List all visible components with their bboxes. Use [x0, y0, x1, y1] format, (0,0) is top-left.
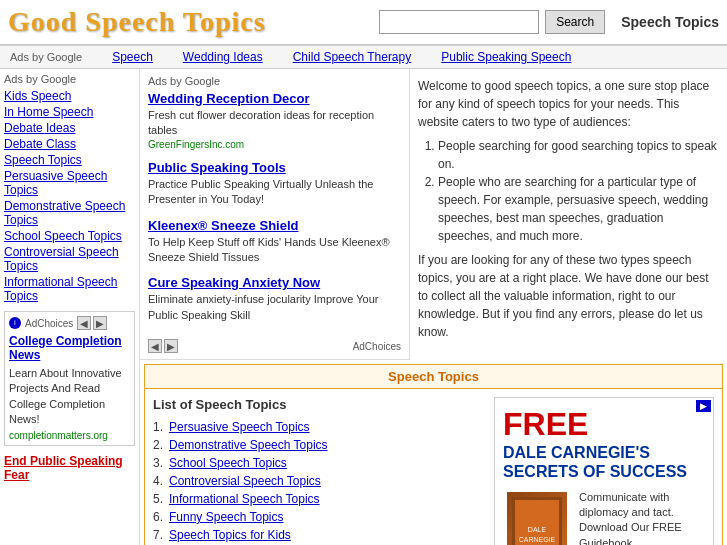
speech-list-link-3[interactable]: Controversial Speech Topics — [169, 474, 321, 488]
main-layout: Ads by Google Kids Speech In Home Speech… — [0, 69, 727, 545]
speech-list-num-0: 1. — [153, 420, 163, 434]
ad-url-0: GreenFingersInc.com — [148, 139, 401, 150]
speech-topics-body: List of Speech Topics 1. Persuasive Spee… — [145, 389, 722, 545]
sidebar-ads-label: Ads by Google — [4, 73, 135, 85]
speech-list-item-6: 7. Speech Topics for Kids — [153, 528, 494, 542]
nav-link-public[interactable]: Public Speaking Speech — [441, 50, 571, 64]
top-nav-links: Speech Wedding Ideas Child Speech Therap… — [92, 50, 591, 64]
header: Good Speech Topics Search Speech Topics — [0, 0, 727, 46]
dale-ad-title: DALE CARNEGIE'S SECRETS OF SUCCESS — [495, 443, 713, 481]
sidebar-ad-box: i AdChoices ◀ ▶ College Completion News … — [4, 311, 135, 446]
speech-list-num-2: 3. — [153, 456, 163, 470]
speech-list-num-4: 5. — [153, 492, 163, 506]
sidebar-ad-nav: ◀ ▶ — [77, 316, 107, 330]
ad-title-0[interactable]: Wedding Reception Decor — [148, 91, 401, 106]
ad-choices-label: AdChoices — [353, 341, 401, 352]
ad-text-2: To Help Keep Stuff off Kids' Hands Use K… — [148, 235, 401, 266]
sidebar-link-persuasive[interactable]: Persuasive Speech Topics — [4, 169, 135, 197]
speech-list-item-0: 1. Persuasive Speech Topics — [153, 420, 494, 434]
sidebar-link-kids-speech[interactable]: Kids Speech — [4, 89, 135, 103]
sidebar-link-end-public[interactable]: End Public Speaking Fear — [4, 454, 135, 482]
welcome-text-1: Welcome to good speech topics, a one sur… — [418, 77, 719, 131]
dale-ad-text: Communicate with diplomacy and tact. Dow… — [575, 486, 709, 546]
ads-section-label: Ads by Google — [148, 75, 401, 87]
svg-text:DALE: DALE — [528, 526, 547, 533]
dale-ad-free: FREE — [495, 398, 713, 443]
search-area: Search — [379, 10, 605, 34]
sidebar-ad-choices: i AdChoices ◀ ▶ — [9, 316, 130, 330]
speech-list: List of Speech Topics 1. Persuasive Spee… — [153, 397, 494, 545]
sidebar-ad-text: Learn About Innovative Projects And Read… — [9, 366, 130, 428]
speech-list-link-5[interactable]: Funny Speech Topics — [169, 510, 284, 524]
welcome-text-2: If you are looking for any of these two … — [418, 251, 719, 341]
speech-topics-section-title: Speech Topics — [145, 365, 722, 389]
sidebar-ad-url: completionmatters.org — [9, 430, 130, 441]
adchoices-icon: i — [9, 317, 21, 329]
sidebar-ad-next[interactable]: ▶ — [93, 316, 107, 330]
speech-list-num-3: 4. — [153, 474, 163, 488]
content-area: Ads by Google Wedding Reception Decor Fr… — [140, 69, 727, 545]
ad-nav: ◀ ▶ — [148, 339, 178, 353]
ad-block-3: Cure Speaking Anxiety Now Eliminate anxi… — [148, 275, 401, 323]
speech-list-link-2[interactable]: School Speech Topics — [169, 456, 287, 470]
sidebar-link-in-home-speech[interactable]: In Home Speech — [4, 105, 135, 119]
sidebar-ad-prev[interactable]: ◀ — [77, 316, 91, 330]
search-input[interactable] — [379, 10, 539, 34]
sidebar-link-demonstrative[interactable]: Demonstrative Speech Topics — [4, 199, 135, 227]
welcome-section: Welcome to good speech topics, a one sur… — [410, 69, 727, 360]
ad-text-0: Fresh cut flower decoration ideas for re… — [148, 108, 401, 139]
ad-title-3[interactable]: Cure Speaking Anxiety Now — [148, 275, 401, 290]
svg-text:CARNEGIE: CARNEGIE — [519, 536, 556, 543]
sidebar-link-informational[interactable]: Informational Speech Topics — [4, 275, 135, 303]
speech-list-link-1[interactable]: Demonstrative Speech Topics — [169, 438, 328, 452]
dale-ad-image: DALE CARNEGIE — [507, 492, 567, 546]
welcome-list-item-1: People who are searching for a particula… — [438, 173, 719, 245]
ad-next-btn[interactable]: ▶ — [164, 339, 178, 353]
sidebar-bottom: End Public Speaking Fear — [4, 454, 135, 482]
sidebar-link-debate-ideas[interactable]: Debate Ideas — [4, 121, 135, 135]
dale-carnegie-ad[interactable]: ▶ FREE DALE CARNEGIE'S SECRETS OF SUCCES… — [494, 397, 714, 545]
welcome-list: People searching for good searching topi… — [438, 137, 719, 245]
speech-list-link-4[interactable]: Informational Speech Topics — [169, 492, 320, 506]
sidebar-link-school[interactable]: School Speech Topics — [4, 229, 135, 243]
nav-link-wedding[interactable]: Wedding Ideas — [183, 50, 263, 64]
top-nav: Ads by Google Speech Wedding Ideas Child… — [0, 46, 727, 69]
speech-list-title: List of Speech Topics — [153, 397, 494, 412]
speech-list-item-2: 3. School Speech Topics — [153, 456, 494, 470]
ads-section: Ads by Google Wedding Reception Decor Fr… — [140, 69, 410, 360]
speech-list-item-3: 4. Controversial Speech Topics — [153, 474, 494, 488]
speech-list-item-4: 5. Informational Speech Topics — [153, 492, 494, 506]
sidebar-link-speech-topics[interactable]: Speech Topics — [4, 153, 135, 167]
speech-list-num-6: 7. — [153, 528, 163, 542]
dale-ad-badge: ▶ — [696, 400, 711, 412]
ad-prev-btn[interactable]: ◀ — [148, 339, 162, 353]
ad-text-3: Eliminate anxiety-infuse jocularity Impr… — [148, 292, 401, 323]
search-button[interactable]: Search — [545, 10, 605, 34]
speech-list-link-6[interactable]: Speech Topics for Kids — [169, 528, 291, 542]
ad-block-1: Public Speaking Tools Practice Public Sp… — [148, 160, 401, 208]
sidebar: Ads by Google Kids Speech In Home Speech… — [0, 69, 140, 545]
speech-list-item-1: 2. Demonstrative Speech Topics — [153, 438, 494, 452]
nav-link-speech[interactable]: Speech — [112, 50, 153, 64]
site-logo: Good Speech Topics — [8, 6, 266, 38]
speech-list-num-1: 2. — [153, 438, 163, 452]
ad-title-1[interactable]: Public Speaking Tools — [148, 160, 401, 175]
welcome-list-item-0: People searching for good searching topi… — [438, 137, 719, 173]
sidebar-ad-title[interactable]: College Completion News — [9, 334, 130, 362]
ad-choices-bottom: ◀ ▶ AdChoices — [148, 339, 401, 353]
sidebar-link-controversial[interactable]: Controversial Speech Topics — [4, 245, 135, 273]
speech-topics-section: Speech Topics List of Speech Topics 1. P… — [144, 364, 723, 545]
ads-by-google-nav-label: Ads by Google — [0, 51, 92, 63]
nav-link-child[interactable]: Child Speech Therapy — [293, 50, 412, 64]
speech-list-item-5: 6. Funny Speech Topics — [153, 510, 494, 524]
ad-block-0: Wedding Reception Decor Fresh cut flower… — [148, 91, 401, 150]
main-content-section: Ads by Google Wedding Reception Decor Fr… — [140, 69, 727, 360]
ad-block-2: Kleenex® Sneeze Shield To Help Keep Stuf… — [148, 218, 401, 266]
speech-list-num-5: 6. — [153, 510, 163, 524]
sidebar-link-debate-class[interactable]: Debate Class — [4, 137, 135, 151]
ad-text-1: Practice Public Speaking Virtually Unlea… — [148, 177, 401, 208]
ad-title-2[interactable]: Kleenex® Sneeze Shield — [148, 218, 401, 233]
header-title: Speech Topics — [621, 14, 719, 30]
speech-list-link-0[interactable]: Persuasive Speech Topics — [169, 420, 310, 434]
